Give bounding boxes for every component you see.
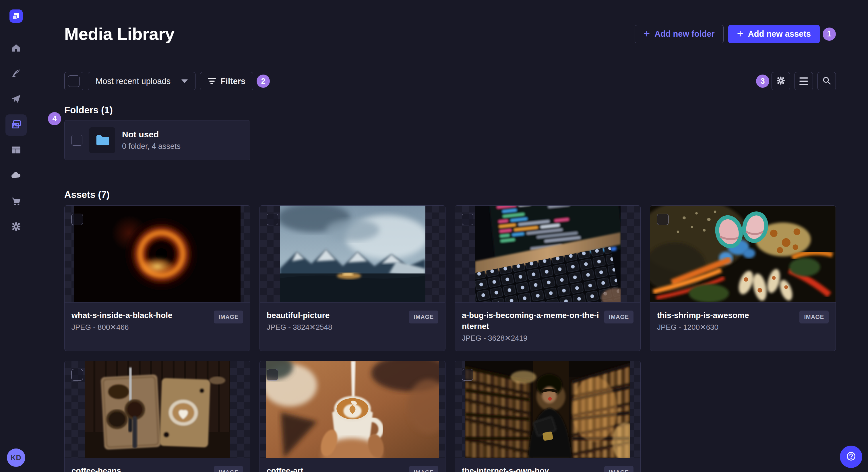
asset-thumbnail-art (465, 361, 630, 458)
home-icon (10, 42, 22, 55)
strapi-logo[interactable] (9, 9, 23, 23)
folder-name: Not used (122, 130, 181, 139)
asset-type-badge: IMAGE (409, 310, 438, 324)
asset-checkbox[interactable] (71, 214, 83, 225)
asset-info: beautiful-picture JPEG - 3824✕2548 IMAGE (260, 303, 445, 343)
asset-checkbox[interactable] (462, 214, 473, 225)
asset-info: coffee-art JPEG - 5824✕3259 IMAGE (260, 458, 445, 472)
chevron-down-icon (181, 79, 188, 83)
asset-type-badge: IMAGE (799, 310, 829, 324)
sidebar-item-home[interactable] (8, 40, 24, 57)
asset-card[interactable]: coffee-beans JPEG - 5021✕3347 IMAGE (64, 361, 250, 472)
asset-thumbnail (455, 361, 640, 458)
asset-thumbnail (260, 361, 445, 458)
asset-thumbnail-art (266, 361, 439, 458)
asset-name: coffee-art (267, 465, 404, 472)
sort-select[interactable]: Most recent uploads (88, 72, 195, 90)
media-library-icon (10, 119, 22, 132)
asset-checkbox[interactable] (657, 214, 669, 225)
sidebar-item-content-type-builder[interactable] (8, 142, 24, 159)
asset-checkbox[interactable] (267, 369, 278, 380)
asset-card[interactable]: what-s-inside-a-black-hole JPEG - 800✕46… (64, 205, 250, 351)
asset-checkbox[interactable] (71, 369, 83, 380)
assets-heading: Assets (7) (64, 189, 836, 200)
asset-info: a-bug-is-becoming-a-meme-on-the-internet… (455, 303, 640, 351)
asset-name: beautiful-picture (267, 310, 404, 321)
asset-checkbox[interactable] (267, 214, 278, 225)
header-actions: + Add new folder + Add new assets 1 (634, 25, 836, 43)
folders-heading: Folders (1) (64, 105, 836, 115)
view-settings-button[interactable] (772, 72, 790, 90)
sidebar-item-marketplace[interactable] (8, 193, 24, 210)
asset-thumbnail (65, 206, 250, 303)
sidebar-item-release[interactable] (8, 91, 24, 108)
asset-card[interactable]: a-bug-is-becoming-a-meme-on-the-internet… (455, 205, 641, 351)
asset-card[interactable]: the-internet-s-own-boy JPEG - 1200✕707 I… (455, 361, 641, 472)
sidebar-item-deploy[interactable] (8, 168, 24, 184)
folders-section: Folders (1) 4 Not used 0 folder, 4 asset… (64, 105, 836, 160)
assets-section: Assets (7) (64, 189, 836, 472)
asset-type-badge: IMAGE (214, 310, 243, 324)
sort-select-value: Most recent uploads (96, 76, 170, 86)
asset-thumbnail (260, 206, 445, 303)
main-content: Media Library + Add new folder + Add new… (32, 0, 868, 472)
asset-type-badge: IMAGE (604, 310, 633, 324)
strapi-logo-glyph (12, 12, 20, 20)
select-all-checkbox-wrapper[interactable] (64, 72, 83, 90)
asset-meta: JPEG - 800✕466 (71, 323, 209, 332)
sidebar-nav (5, 32, 27, 235)
asset-thumbnail (65, 361, 250, 458)
sidebar-item-content[interactable] (8, 66, 24, 82)
folder-checkbox[interactable] (71, 135, 82, 146)
user-avatar[interactable]: KD (7, 448, 25, 467)
asset-card[interactable]: beautiful-picture JPEG - 3824✕2548 IMAGE (259, 205, 445, 351)
asset-card[interactable]: coffee-art JPEG - 5824✕3259 IMAGE (259, 361, 445, 472)
section-divider (64, 174, 836, 174)
asset-info: coffee-beans JPEG - 5021✕3347 IMAGE (65, 458, 250, 472)
folder-meta: 0 folder, 4 assets (122, 142, 181, 151)
search-icon (822, 76, 832, 87)
paper-plane-icon (10, 93, 22, 106)
asset-name: what-s-inside-a-black-hole (71, 310, 209, 321)
toolbar: Most recent uploads Filters 2 3 (64, 72, 836, 90)
toolbar-right: 3 (756, 72, 836, 90)
page-title: Media Library (64, 24, 175, 44)
filters-button[interactable]: Filters (200, 72, 253, 90)
folder-icon (95, 133, 110, 147)
asset-thumbnail (455, 206, 640, 303)
select-all-checkbox[interactable] (68, 75, 80, 87)
step-badge-1: 1 (823, 28, 836, 41)
asset-card[interactable]: this-shrimp-is-awesome JPEG - 1200✕630 I… (650, 205, 836, 351)
asset-info: what-s-inside-a-black-hole JPEG - 800✕46… (65, 303, 250, 343)
asset-name: coffee-beans (71, 465, 209, 472)
list-icon (799, 77, 808, 85)
help-button[interactable] (840, 446, 862, 468)
asset-type-badge: IMAGE (409, 466, 438, 472)
asset-thumbnail-art (650, 206, 836, 303)
asset-type-badge: IMAGE (214, 466, 243, 472)
step-badge-4: 4 (48, 112, 61, 125)
sidebar: KD (0, 0, 32, 472)
sidebar-item-media-library[interactable] (5, 114, 27, 136)
logo-container (0, 0, 32, 32)
asset-checkbox[interactable] (462, 369, 473, 380)
gear-icon (776, 76, 786, 87)
folder-text: Not used 0 folder, 4 assets (122, 130, 181, 151)
asset-thumbnail-art (85, 361, 230, 458)
question-mark-icon (845, 450, 857, 463)
folder-card[interactable]: Not used 0 folder, 4 assets (64, 120, 250, 160)
sidebar-item-settings[interactable] (8, 219, 24, 235)
toolbar-left: Most recent uploads Filters 2 (64, 72, 270, 90)
asset-thumbnail (650, 206, 836, 303)
add-new-folder-button[interactable]: + Add new folder (634, 25, 724, 43)
search-button[interactable] (817, 72, 836, 90)
step-badge-2: 2 (257, 74, 270, 88)
asset-thumbnail-art (280, 206, 425, 303)
add-new-assets-button[interactable]: + Add new assets (728, 25, 820, 43)
layout-icon (10, 144, 22, 157)
list-view-button[interactable] (795, 72, 813, 90)
asset-name: this-shrimp-is-awesome (657, 310, 794, 321)
folder-icon-box (89, 127, 115, 153)
asset-info: this-shrimp-is-awesome JPEG - 1200✕630 I… (650, 303, 836, 343)
asset-thumbnail-art (74, 206, 241, 303)
